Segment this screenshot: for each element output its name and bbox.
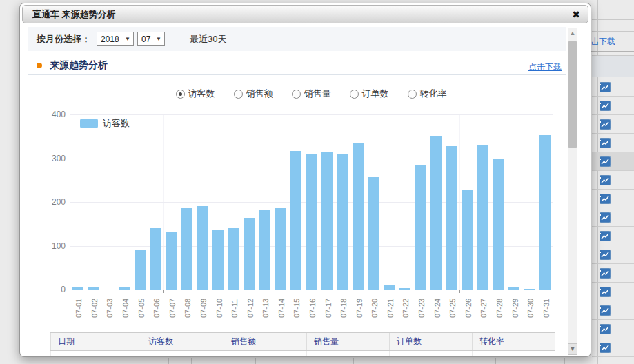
year-select[interactable]: 2018 ▼ (97, 32, 134, 46)
x-axis-tick-label: 07-07 (168, 299, 177, 318)
axis-tick (335, 290, 335, 293)
axis-tick (522, 290, 522, 293)
recent-30-days-link[interactable]: 最近30天 (190, 33, 226, 46)
trend-analysis-dialog: 直通车 来源趋势分析 ✖ 按月份选择： 2018 ▼ 07 ▼ 最近30天 来源… (19, 3, 591, 357)
bar-07-25 (446, 146, 457, 290)
trend-chart-icon[interactable] (600, 101, 611, 111)
axis-tick (537, 290, 537, 293)
radio-icon[interactable] (350, 90, 359, 99)
trend-chart-icon[interactable] (600, 305, 611, 316)
bar-07-06 (150, 228, 161, 290)
bg-table-row (592, 152, 634, 171)
bg-table-row (592, 338, 634, 357)
bar-07-29 (508, 287, 519, 290)
x-axis-tick-label: 07-13 (261, 299, 270, 318)
bar-07-17 (321, 152, 333, 290)
axis-tick (506, 290, 506, 293)
section-title: 来源趋势分析 (50, 59, 108, 72)
bg-table-row (592, 115, 634, 134)
trend-chart-icon[interactable] (600, 268, 611, 279)
metric-radio-5[interactable]: 转化率 (408, 88, 447, 100)
y-axis-tick-label: 200 (42, 197, 66, 207)
bar-07-07 (166, 232, 177, 290)
month-select[interactable]: 07 ▼ (137, 32, 165, 46)
axis-tick (117, 290, 117, 293)
bar-07-19 (353, 143, 364, 290)
trend-chart-icon[interactable] (600, 194, 611, 204)
data-table-header-row: 日期访客数销售额销售量订单数转化率 (50, 332, 555, 351)
table-header-link[interactable]: 销售额 (231, 336, 256, 346)
table-header-cell: 转化率 (473, 333, 555, 350)
axis-tick (273, 290, 273, 293)
trend-chart-icon[interactable] (600, 250, 611, 260)
radio-icon[interactable] (176, 90, 185, 99)
x-axis-tick-label: 07-04 (121, 299, 130, 318)
dialog-scrollbar[interactable]: ▲ ▼ (568, 28, 577, 355)
metric-radio-label: 销售量 (304, 88, 331, 100)
trend-chart-icon[interactable] (600, 156, 611, 167)
axis-tick (241, 290, 241, 293)
table-header-link[interactable]: 转化率 (479, 336, 504, 346)
x-axis-tick-label: 07-12 (246, 299, 255, 318)
axis-tick (210, 290, 210, 293)
metric-radio-1[interactable]: 访客数 (176, 88, 215, 100)
x-axis-tick-label: 07-26 (464, 299, 473, 318)
bg-table-row (592, 171, 634, 190)
metric-radio-2[interactable]: 销售额 (234, 88, 273, 100)
chart-legend[interactable]: 访客数 (80, 117, 130, 130)
x-axis-tick-label: 07-03 (106, 299, 114, 318)
trend-chart-icon[interactable] (600, 287, 611, 297)
table-header-link[interactable]: 日期 (58, 336, 75, 346)
table-header-cell: 日期 (50, 333, 141, 350)
axis-tick (413, 290, 413, 293)
trend-chart-icon[interactable] (600, 343, 611, 353)
bar-07-20 (368, 177, 379, 290)
metric-radio-3[interactable]: 销售量 (292, 88, 331, 100)
bg-section-divider (591, 51, 634, 52)
x-axis-tick-label: 07-16 (308, 299, 317, 318)
metric-radio-4[interactable]: 订单数 (350, 88, 389, 100)
scroll-up-icon[interactable]: ▲ (568, 30, 577, 37)
trend-chart-icon[interactable] (600, 138, 611, 148)
x-axis-tick-label: 07-19 (355, 299, 364, 318)
radio-icon[interactable] (234, 90, 243, 99)
table-header-link[interactable]: 销售量 (314, 336, 339, 346)
axis-tick (366, 290, 366, 293)
y-axis-tick-label: 300 (42, 154, 66, 163)
close-icon[interactable]: ✖ (572, 6, 580, 23)
metric-radio-label: 销售额 (246, 88, 273, 100)
legend-label: 访客数 (103, 117, 130, 130)
y-axis-tick-label: 400 (42, 110, 66, 119)
x-axis-tick-label: 07-28 (495, 299, 504, 318)
download-link[interactable]: 点击下载 (528, 61, 562, 73)
bar-07-13 (259, 210, 270, 290)
date-filter-bar: 按月份选择： 2018 ▼ 07 ▼ 最近30天 (28, 27, 566, 51)
trend-chart-icon[interactable] (600, 324, 611, 334)
scroll-down-icon[interactable]: ▼ (568, 343, 577, 355)
bar-07-27 (477, 145, 488, 290)
axis-tick (101, 290, 101, 293)
radio-icon[interactable] (292, 90, 301, 99)
trend-chart-icon[interactable] (600, 82, 611, 92)
axis-tick (475, 290, 475, 293)
metric-radio-label: 订单数 (362, 88, 389, 100)
trend-chart-icon[interactable] (600, 212, 611, 223)
bar-07-18 (337, 154, 348, 290)
table-header-link[interactable]: 订单数 (397, 336, 422, 346)
table-header-link[interactable]: 访客数 (148, 336, 173, 346)
axis-tick (319, 290, 319, 293)
trend-chart-icon[interactable] (600, 231, 611, 241)
bg-table-row (592, 190, 634, 208)
trend-chart-icon[interactable] (600, 119, 611, 130)
axis-tick (428, 290, 428, 293)
trend-chart-icon[interactable] (600, 175, 611, 185)
scrollbar-thumb[interactable] (568, 41, 577, 148)
y-axis-line (70, 114, 70, 290)
radio-icon[interactable] (408, 90, 417, 99)
table-header-cell: 销售量 (307, 333, 390, 350)
x-axis-tick-label: 07-02 (90, 299, 99, 318)
x-axis-tick-label: 07-25 (448, 299, 457, 318)
bg-row-border (592, 31, 634, 32)
dialog-titlebar[interactable]: 直通车 来源趋势分析 ✖ (22, 5, 588, 23)
grid-line-vertical (553, 114, 553, 290)
